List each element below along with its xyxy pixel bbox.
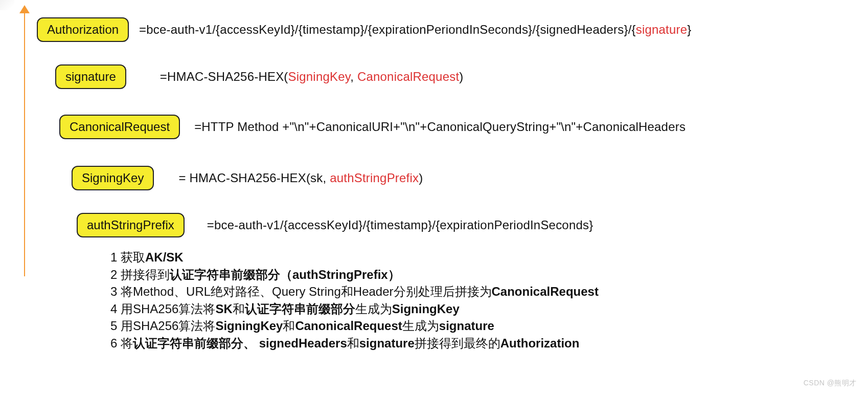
step-line: 5 用SHA256算法将SigningKey和CanonicalRequest生…: [110, 317, 599, 335]
chip-signature: signature: [55, 64, 126, 89]
step-line: 4 用SHA256算法将SK和认证字符串前缀部分生成为SigningKey: [110, 300, 599, 318]
diagram-canvas: Authorization =bce-auth-v1/{accessKeyId}…: [0, 0, 868, 393]
row-signature: signature =HMAC-SHA256-HEX(SigningKey, C…: [55, 62, 463, 91]
formula-signing-key: = HMAC-SHA256-HEX(sk, authStringPrefix): [178, 171, 423, 185]
chip-signing-key: SigningKey: [72, 166, 154, 190]
step-line: 2 拼接得到认证字符串前缀部分（authStringPrefix）: [110, 266, 599, 283]
page-corner-shadow: [0, 0, 14, 10]
row-canonical-request: CanonicalRequest =HTTP Method +"\n"+Cano…: [59, 113, 686, 141]
chip-canonical-request: CanonicalRequest: [59, 115, 180, 139]
formula-canonical-request: =HTTP Method +"\n"+CanonicalURI+"\n"+Can…: [194, 120, 686, 134]
formula-auth-string-prefix: =bce-auth-v1/{accessKeyId}/{timestamp}/{…: [207, 218, 593, 232]
flow-arrow-up: [19, 5, 30, 276]
row-authorization: Authorization =bce-auth-v1/{accessKeyId}…: [37, 15, 691, 44]
step-line: 1 获取AK/SK: [110, 249, 599, 266]
chip-auth-string-prefix: authStringPrefix: [77, 213, 185, 237]
watermark-text: CSDN @熊明才: [804, 379, 857, 388]
chip-authorization: Authorization: [37, 17, 129, 42]
step-line: 6 将认证字符串前缀部分、 signedHeaders和signature拼接得…: [110, 335, 599, 352]
step-line: 3 将Method、URL绝对路径、Query String和Header分别处…: [110, 283, 599, 300]
arrow-line: [24, 11, 25, 276]
formula-authorization: =bce-auth-v1/{accessKeyId}/{timestamp}/{…: [139, 23, 691, 37]
formula-signature: =HMAC-SHA256-HEX(SigningKey, CanonicalRe…: [160, 70, 464, 84]
row-signing-key: SigningKey = HMAC-SHA256-HEX(sk, authStr…: [72, 164, 423, 192]
steps-list: 1 获取AK/SK2 拼接得到认证字符串前缀部分（authStringPrefi…: [110, 249, 599, 352]
row-auth-string-prefix: authStringPrefix =bce-auth-v1/{accessKey…: [77, 211, 593, 239]
